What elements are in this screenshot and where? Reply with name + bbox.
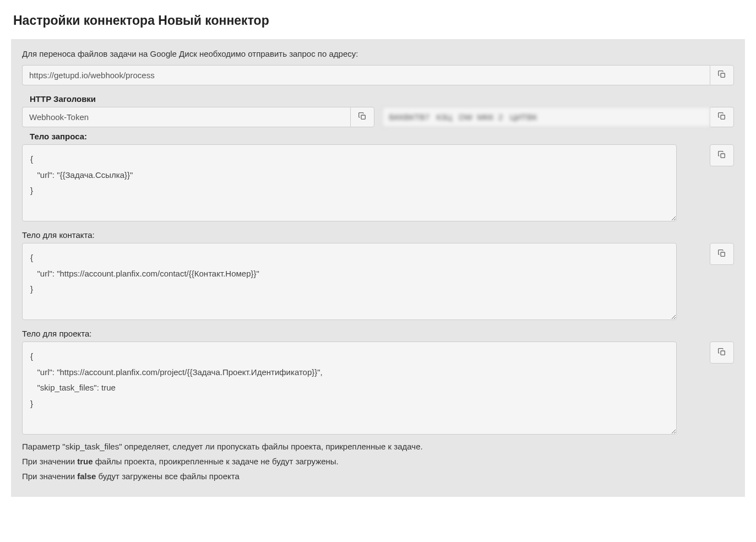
request-body-label: Тело запроса: (22, 127, 734, 144)
copy-body-task-button[interactable] (710, 144, 734, 166)
svg-rect-0 (721, 73, 725, 77)
copy-body-project-button[interactable] (710, 342, 734, 364)
copy-icon (717, 112, 726, 122)
copy-header-value-button[interactable] (710, 107, 734, 127)
copy-body-contact-button[interactable] (710, 243, 734, 265)
body-contact-label: Тело для контакта: (22, 226, 734, 243)
body-project-label: Тело для проекта: (22, 324, 734, 342)
body-contact-textarea[interactable] (22, 243, 677, 320)
copy-webhook-url-button[interactable] (710, 65, 734, 85)
webhook-url-input[interactable] (22, 65, 710, 85)
page-title: Настройки коннектора Новый коннектор (0, 0, 756, 39)
copy-icon (717, 150, 726, 161)
header-value-input[interactable] (382, 107, 710, 127)
copy-header-name-button[interactable] (350, 107, 374, 127)
copy-icon (717, 249, 726, 259)
note-text: Параметр "skip_task_files" определяет, с… (22, 439, 734, 484)
body-project-textarea[interactable] (22, 342, 677, 435)
svg-rect-4 (721, 252, 725, 256)
request-body-textarea[interactable] (22, 144, 677, 221)
svg-rect-5 (721, 351, 725, 355)
http-headers-title: HTTP Заголовки (22, 89, 734, 107)
header-name-input[interactable] (22, 107, 350, 127)
copy-icon (717, 348, 726, 358)
description-text: Для переноса файлов задачи на Google Дис… (22, 49, 734, 58)
copy-icon (358, 112, 367, 122)
svg-rect-1 (361, 115, 365, 119)
svg-rect-2 (721, 115, 725, 119)
svg-rect-3 (721, 154, 725, 158)
content-panel: Для переноса файлов задачи на Google Дис… (11, 39, 745, 497)
copy-icon (717, 70, 726, 80)
